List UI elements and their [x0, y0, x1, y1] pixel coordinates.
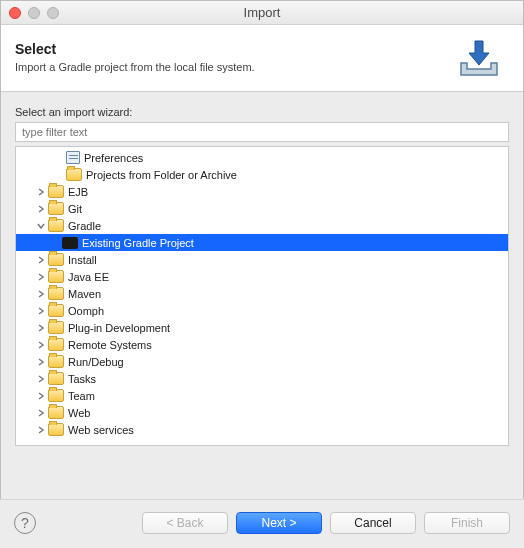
window-title: Import: [1, 5, 523, 20]
pref-icon: [66, 151, 80, 164]
dialog-header: Select Import a Gradle project from the …: [1, 25, 523, 92]
chevron-right-icon[interactable]: [36, 289, 46, 299]
wizard-tree[interactable]: PreferencesProjects from Folder or Archi…: [15, 146, 509, 446]
tree-folder-label: Maven: [68, 288, 101, 300]
page-title: Select: [15, 41, 255, 57]
chevron-right-icon[interactable]: [36, 323, 46, 333]
chevron-right-icon[interactable]: [36, 187, 46, 197]
chevron-right-icon[interactable]: [36, 272, 46, 282]
help-button[interactable]: ?: [14, 512, 36, 534]
folder-icon: [48, 372, 64, 385]
chevron-down-icon[interactable]: [36, 221, 46, 231]
tree-item-label: Preferences: [84, 152, 143, 164]
tree-folder[interactable]: Git: [16, 200, 508, 217]
folder-icon: [48, 355, 64, 368]
dialog-footer: ? < Back Next > Cancel Finish: [0, 499, 524, 548]
tree-folder[interactable]: Web services: [16, 421, 508, 438]
folder-icon: [66, 168, 82, 181]
tree-folder-label: Tasks: [68, 373, 96, 385]
tree-folder[interactable]: Maven: [16, 285, 508, 302]
filter-input[interactable]: [15, 122, 509, 142]
tree-folder-label: Git: [68, 203, 82, 215]
next-button[interactable]: Next >: [236, 512, 322, 534]
tree-item[interactable]: Projects from Folder or Archive: [16, 166, 508, 183]
tree-folder[interactable]: Tasks: [16, 370, 508, 387]
tree-folder-label: Gradle: [68, 220, 101, 232]
folder-icon: [48, 423, 64, 436]
tree-folder[interactable]: Oomph: [16, 302, 508, 319]
tree-folder[interactable]: Install: [16, 251, 508, 268]
chevron-right-icon[interactable]: [36, 357, 46, 367]
finish-button: Finish: [424, 512, 510, 534]
folder-icon: [48, 185, 64, 198]
wizard-label: Select an import wizard:: [15, 106, 509, 118]
folder-icon: [48, 406, 64, 419]
tree-folder[interactable]: EJB: [16, 183, 508, 200]
tree-item-gradle-project[interactable]: Existing Gradle Project: [16, 234, 508, 251]
cancel-button[interactable]: Cancel: [330, 512, 416, 534]
tree-item[interactable]: Preferences: [16, 149, 508, 166]
tree-folder-label: EJB: [68, 186, 88, 198]
tree-folder[interactable]: Gradle: [16, 217, 508, 234]
tree-folder[interactable]: Java EE: [16, 268, 508, 285]
chevron-right-icon[interactable]: [36, 425, 46, 435]
tree-folder[interactable]: Remote Systems: [16, 336, 508, 353]
chevron-right-icon[interactable]: [36, 340, 46, 350]
chevron-right-icon[interactable]: [36, 391, 46, 401]
chevron-right-icon[interactable]: [36, 374, 46, 384]
tree-folder[interactable]: Team: [16, 387, 508, 404]
tree-folder-label: Java EE: [68, 271, 109, 283]
folder-icon: [48, 253, 64, 266]
tree-item-label: Existing Gradle Project: [82, 237, 194, 249]
tree-folder-label: Web services: [68, 424, 134, 436]
tree-folder[interactable]: Web: [16, 404, 508, 421]
folder-icon: [48, 219, 64, 232]
tree-folder-label: Oomph: [68, 305, 104, 317]
gradle-icon: [62, 237, 78, 249]
chevron-right-icon[interactable]: [36, 255, 46, 265]
tree-folder[interactable]: Plug-in Development: [16, 319, 508, 336]
folder-icon: [48, 389, 64, 402]
chevron-right-icon[interactable]: [36, 204, 46, 214]
tree-folder-label: Plug-in Development: [68, 322, 170, 334]
chevron-right-icon[interactable]: [36, 306, 46, 316]
chevron-right-icon[interactable]: [36, 408, 46, 418]
page-subtitle: Import a Gradle project from the local f…: [15, 61, 255, 73]
titlebar: Import: [1, 1, 523, 25]
folder-icon: [48, 321, 64, 334]
folder-icon: [48, 287, 64, 300]
back-button: < Back: [142, 512, 228, 534]
tree-folder-label: Team: [68, 390, 95, 402]
import-icon: [455, 35, 503, 79]
tree-folder-label: Remote Systems: [68, 339, 152, 351]
tree-folder-label: Web: [68, 407, 90, 419]
folder-icon: [48, 304, 64, 317]
tree-folder-label: Install: [68, 254, 97, 266]
tree-item-label: Projects from Folder or Archive: [86, 169, 237, 181]
tree-folder-label: Run/Debug: [68, 356, 124, 368]
folder-icon: [48, 202, 64, 215]
folder-icon: [48, 270, 64, 283]
folder-icon: [48, 338, 64, 351]
tree-folder[interactable]: Run/Debug: [16, 353, 508, 370]
